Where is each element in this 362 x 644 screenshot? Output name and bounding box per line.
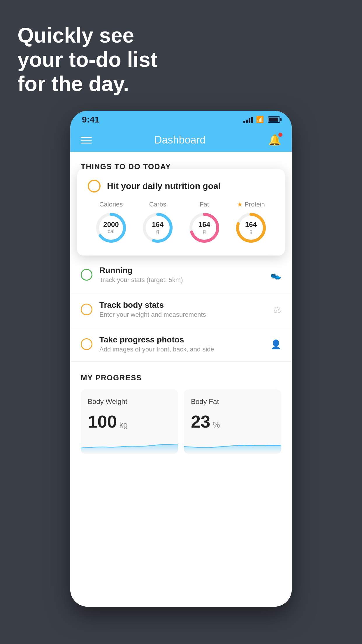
todo-text-body-stats: Track body stats Enter your weight and m… bbox=[99, 300, 266, 318]
todo-subtitle-running: Track your stats (target: 5km) bbox=[99, 276, 263, 284]
ring-label-carbs: Carbs bbox=[149, 201, 166, 208]
nav-bar: Dashboard 🔔 bbox=[70, 128, 292, 152]
progress-card-title-bodyfat: Body Fat bbox=[191, 398, 274, 406]
todo-subtitle-body-stats: Enter your weight and measurements bbox=[99, 311, 266, 318]
hamburger-menu[interactable] bbox=[81, 137, 92, 144]
person-icon: 👤 bbox=[270, 339, 281, 349]
progress-card-bodyfat[interactable]: Body Fat 23 % bbox=[184, 389, 281, 454]
progress-chart-weight bbox=[81, 436, 178, 454]
progress-value-row-bodyfat: 23 % bbox=[191, 412, 274, 432]
nutrition-circle-indicator bbox=[88, 180, 101, 192]
todo-circle-photos bbox=[81, 338, 92, 350]
hero-text: Quickly see your to-do list for the day. bbox=[17, 23, 157, 96]
ring-container-fat: 164 g bbox=[188, 212, 220, 244]
progress-number-bodyfat: 23 bbox=[191, 412, 210, 432]
todo-item-photos[interactable]: Take progress photos Add images of your … bbox=[70, 327, 292, 362]
ring-label-fat: Fat bbox=[200, 201, 209, 208]
ring-label-protein: ★ Protein bbox=[237, 201, 265, 208]
card-title-row: Hit your daily nutrition goal bbox=[88, 180, 274, 192]
todo-item-body-stats[interactable]: Track body stats Enter your weight and m… bbox=[70, 292, 292, 327]
status-bar: 9:41 📶 bbox=[70, 111, 292, 128]
status-icons: 📶 bbox=[243, 116, 280, 123]
todo-subtitle-photos: Add images of your front, back, and side bbox=[99, 346, 263, 353]
running-icon: 👟 bbox=[270, 270, 281, 280]
ring-value-carbs: 164 bbox=[152, 221, 164, 228]
progress-card-weight[interactable]: Body Weight 100 kg bbox=[81, 389, 178, 454]
ring-unit-protein: g bbox=[249, 229, 252, 235]
notification-bell[interactable]: 🔔 bbox=[268, 134, 281, 146]
content-area: THINGS TO DO TODAY Hit your daily nutrit… bbox=[70, 152, 292, 607]
todo-item-running[interactable]: Running Track your stats (target: 5km) 👟 bbox=[70, 258, 292, 292]
nutrition-card[interactable]: Hit your daily nutrition goal Calories 2 bbox=[77, 169, 285, 256]
ring-value-protein: 164 bbox=[245, 221, 257, 228]
wifi-icon: 📶 bbox=[256, 116, 264, 123]
todo-title-running: Running bbox=[99, 266, 263, 275]
ring-container-carbs: 164 g bbox=[142, 212, 174, 244]
ring-unit-carbs: g bbox=[156, 229, 159, 235]
progress-unit-weight: kg bbox=[119, 420, 128, 430]
ring-unit-fat: g bbox=[203, 229, 206, 235]
progress-unit-bodyfat: % bbox=[213, 420, 220, 430]
todo-list: Running Track your stats (target: 5km) 👟… bbox=[70, 258, 292, 362]
todo-circle-running bbox=[81, 269, 92, 281]
todo-title-body-stats: Track body stats bbox=[99, 300, 266, 310]
progress-value-row-weight: 100 kg bbox=[88, 412, 171, 432]
star-icon: ★ bbox=[237, 201, 243, 208]
todo-title-photos: Take progress photos bbox=[99, 335, 263, 344]
ring-carbs: Carbs 164 g bbox=[142, 201, 174, 244]
ring-value-fat: 164 bbox=[198, 221, 210, 228]
notification-dot bbox=[278, 133, 282, 137]
ring-unit-calories: cal bbox=[108, 229, 114, 235]
todo-text-photos: Take progress photos Add images of your … bbox=[99, 335, 263, 353]
ring-fat: Fat 164 g bbox=[188, 201, 220, 244]
nutrition-rings: Calories 2000 cal bbox=[88, 201, 274, 244]
nav-title: Dashboard bbox=[154, 134, 205, 146]
signal-icon bbox=[243, 116, 253, 123]
ring-calories: Calories 2000 cal bbox=[95, 201, 127, 244]
todo-text-running: Running Track your stats (target: 5km) bbox=[99, 266, 263, 284]
ring-label-calories: Calories bbox=[99, 201, 123, 208]
ring-container-calories: 2000 cal bbox=[95, 212, 127, 244]
ring-container-protein: 164 g bbox=[235, 212, 267, 244]
scale-icon: ⚖ bbox=[273, 304, 281, 315]
ring-value-calories: 2000 bbox=[103, 221, 119, 228]
battery-icon bbox=[268, 116, 280, 123]
background: Quickly see your to-do list for the day.… bbox=[0, 0, 362, 644]
todo-circle-body-stats bbox=[81, 304, 92, 315]
progress-section: MY PROGRESS Body Weight 100 kg bbox=[70, 373, 292, 454]
nutrition-card-title: Hit your daily nutrition goal bbox=[107, 181, 221, 191]
progress-number-weight: 100 bbox=[88, 412, 117, 432]
progress-title: MY PROGRESS bbox=[81, 373, 281, 382]
status-time: 9:41 bbox=[82, 115, 99, 125]
ring-protein: ★ Protein 164 g bbox=[235, 201, 267, 244]
protein-label-text: Protein bbox=[245, 201, 265, 208]
progress-card-title-weight: Body Weight bbox=[88, 398, 171, 406]
phone: 9:41 📶 Dashboard 🔔 bbox=[70, 111, 292, 607]
progress-chart-bodyfat bbox=[184, 436, 281, 454]
progress-cards: Body Weight 100 kg bbox=[81, 389, 281, 454]
